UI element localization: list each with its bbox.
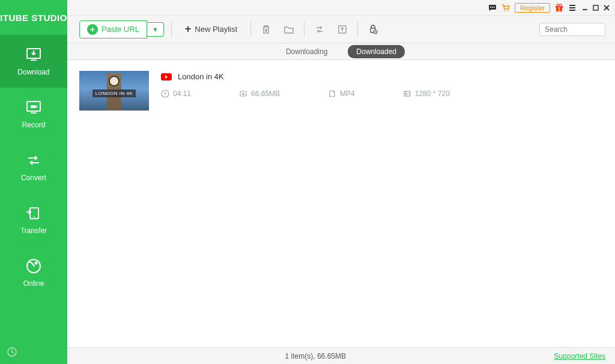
meta-size: 66.65MB — [239, 89, 280, 98]
cart-icon[interactable] — [501, 4, 510, 12]
paste-url-dropdown[interactable]: ▼ — [147, 22, 164, 37]
scheduler-icon[interactable] — [7, 347, 60, 357]
search-input[interactable] — [539, 23, 605, 36]
nav-online[interactable]: Online — [0, 246, 67, 299]
sidebar: ITUBE STUDIO Download Record Convert Tra… — [0, 0, 67, 364]
nav-label: Online — [23, 279, 44, 288]
menu-icon[interactable] — [568, 4, 577, 12]
separator — [171, 22, 172, 37]
nav-label: Convert — [21, 174, 46, 182]
separator — [304, 22, 304, 37]
convert-icon — [25, 152, 42, 169]
tab-downloading[interactable]: Downloading — [277, 45, 336, 58]
clock-icon — [161, 89, 169, 98]
nav-transfer[interactable]: Transfer — [0, 193, 67, 246]
search-box — [539, 23, 605, 36]
sidebar-footer — [0, 340, 67, 364]
video-thumbnail[interactable]: LONDON IN 4K — [79, 71, 149, 111]
download-icon — [25, 46, 42, 63]
delete-icon[interactable] — [258, 24, 274, 35]
folder-icon[interactable] — [281, 24, 297, 35]
svg-rect-3 — [31, 105, 35, 108]
svg-rect-21 — [593, 5, 598, 10]
resolution-icon — [403, 89, 411, 98]
thumbnail-label: LONDON IN 4K — [92, 89, 136, 97]
plus-icon: + — [185, 23, 192, 35]
nav-label: Record — [22, 121, 46, 129]
svg-point-8 — [35, 262, 38, 265]
svg-point-25 — [375, 31, 376, 32]
close-button[interactable] — [603, 4, 610, 11]
gift-icon[interactable] — [555, 4, 563, 12]
status-summary: 1 item(s), 66.65MB — [77, 352, 554, 360]
new-playlist-button[interactable]: + New Playlist — [179, 20, 243, 38]
svg-rect-4 — [31, 112, 37, 114]
svg-rect-18 — [559, 6, 560, 11]
titlebar: Register — [67, 0, 615, 16]
meta-resolution: 1280 * 720 — [403, 89, 450, 98]
refresh-icon[interactable] — [312, 24, 327, 35]
minimize-button[interactable] — [581, 4, 589, 11]
file-icon — [328, 89, 336, 98]
window-controls — [581, 4, 610, 11]
nav-label: Download — [17, 68, 49, 76]
paste-url-button[interactable]: + Paste URL — [79, 20, 147, 38]
video-row[interactable]: LONDON IN 4K London in 4K 04:11 66.65MB — [79, 66, 603, 115]
statusbar: 1 item(s), 66.65MB Supported Sites — [67, 347, 615, 364]
supported-sites-link[interactable]: Supported Sites — [554, 352, 605, 360]
youtube-icon — [161, 73, 172, 80]
video-title-row: London in 4K — [161, 72, 603, 81]
svg-point-6 — [34, 216, 35, 217]
maximize-button[interactable] — [592, 4, 599, 11]
video-meta: 04:11 66.65MB MP4 1280 * 720 — [161, 89, 603, 98]
tabs: Downloading Downloaded — [67, 43, 615, 60]
svg-rect-1 — [31, 59, 37, 61]
app-logo: ITUBE STUDIO — [0, 0, 67, 35]
svg-point-13 — [494, 7, 495, 8]
nav-label: Transfer — [20, 226, 47, 235]
svg-point-11 — [490, 7, 491, 8]
toolbar: + Paste URL ▼ + New Playlist — [67, 16, 615, 43]
paste-url-group: + Paste URL ▼ — [79, 20, 164, 38]
size-icon — [239, 89, 247, 98]
video-info: London in 4K 04:11 66.65MB MP4 — [161, 71, 603, 111]
transfer-icon — [25, 205, 42, 222]
paste-url-label: Paste URL — [101, 25, 139, 34]
new-playlist-label: New Playlist — [195, 25, 237, 34]
record-icon — [25, 99, 42, 116]
online-icon — [25, 258, 42, 275]
main-area: Register + Paste URL ▼ + New Playlist — [67, 0, 615, 364]
feedback-icon[interactable] — [488, 4, 497, 12]
tab-downloaded[interactable]: Downloaded — [348, 45, 405, 58]
separator — [250, 22, 251, 37]
nav-download[interactable]: Download — [0, 35, 67, 88]
meta-format: MP4 — [328, 89, 355, 98]
nav-convert[interactable]: Convert — [0, 141, 67, 193]
video-title: London in 4K — [178, 72, 224, 81]
svg-point-15 — [507, 10, 509, 11]
nav-record[interactable]: Record — [0, 88, 67, 141]
separator — [357, 22, 358, 37]
plus-circle-icon: + — [87, 24, 98, 35]
svg-point-20 — [559, 4, 562, 7]
import-icon[interactable] — [335, 24, 350, 35]
register-button[interactable]: Register — [515, 3, 550, 13]
svg-point-12 — [492, 7, 493, 8]
content-area: LONDON IN 4K London in 4K 04:11 66.65MB — [67, 60, 615, 347]
svg-point-14 — [504, 10, 505, 11]
privacy-icon[interactable] — [365, 24, 381, 35]
meta-duration: 04:11 — [161, 89, 191, 98]
